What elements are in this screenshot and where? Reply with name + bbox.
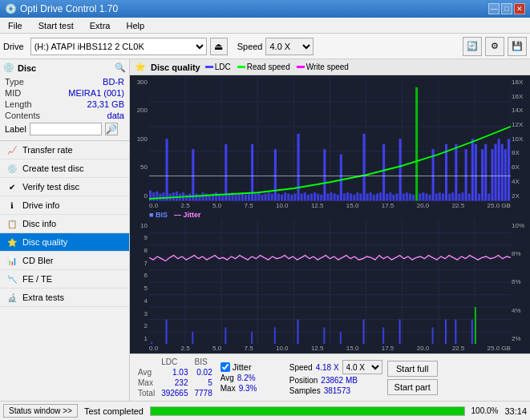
menu-start-test[interactable]: Start test (34, 19, 79, 32)
samples-val: 381573 (324, 386, 350, 395)
start-full-button[interactable]: Start full (387, 361, 438, 377)
chart2-y-right: 10% 8% 6% 4% 2% (511, 220, 528, 345)
eject-button[interactable]: ⏏ (210, 38, 228, 55)
drive-select[interactable]: (H:) ATAPI iHBS112 2 CL0K (30, 38, 207, 55)
disc-label-row: Label 🔎 (3, 121, 126, 137)
start-part-button[interactable]: Start part (387, 379, 438, 395)
chart1-svg (149, 77, 511, 201)
svg-rect-112 (465, 149, 467, 200)
sidebar-item-transfer-rate[interactable]: 📈 Transfer rate (0, 141, 129, 160)
speed-stat-val: 4.18 X (316, 363, 339, 372)
svg-rect-104 (439, 192, 441, 200)
status-time: 33:14 (504, 406, 527, 416)
svg-rect-100 (425, 193, 427, 200)
svg-rect-45 (245, 195, 247, 201)
disc-info-icon: 📋 (6, 218, 18, 229)
mid-value: MEIRA1 (001) (68, 88, 124, 98)
sidebar-item-drive-info[interactable]: ℹ Drive info (0, 196, 129, 215)
sidebar-item-cd-bler[interactable]: 📊 CD Bler (0, 252, 129, 270)
sidebar-item-extra-tests[interactable]: 🔬 Extra tests (0, 289, 129, 307)
svg-rect-145 (151, 341, 152, 344)
disc-length-row: Length 23,31 GB (3, 99, 126, 110)
svg-rect-60 (293, 193, 296, 200)
svg-rect-148 (225, 327, 226, 344)
svg-rect-88 (386, 193, 388, 200)
type-label: Type (5, 77, 24, 87)
svg-rect-103 (435, 193, 438, 200)
svg-rect-72 (334, 193, 336, 200)
write-speed-color (297, 66, 305, 68)
create-test-disc-icon: 💿 (6, 163, 18, 174)
chart2-header: ■ BIS — Jitter (131, 210, 528, 220)
length-label: Length (5, 99, 32, 109)
menubar: File Start test Extra Help (0, 18, 530, 34)
menu-file[interactable]: File (3, 19, 27, 32)
svg-rect-82 (366, 193, 369, 200)
sidebar-item-fe-te[interactable]: 📉 FE / TE (0, 270, 129, 289)
label-label: Label (5, 124, 26, 134)
svg-rect-38 (221, 195, 224, 201)
close-button[interactable]: ✕ (514, 3, 525, 14)
svg-rect-36 (215, 192, 217, 200)
menu-help[interactable]: Help (121, 19, 149, 32)
svg-rect-19 (159, 193, 161, 200)
svg-rect-49 (257, 192, 260, 200)
sidebar-item-label: CD Bler (22, 256, 54, 265)
jitter-max-label: Max (220, 384, 236, 393)
charts-area: 300 200 100 50 0 (130, 75, 530, 353)
minimize-button[interactable]: — (488, 3, 500, 14)
svg-rect-24 (176, 192, 178, 201)
stats-header-empty (135, 357, 158, 367)
speed-position-stats: Speed 4.18 X 4.0 X Position 23862 MB Sam… (289, 360, 382, 395)
avg-label: Avg (135, 367, 158, 378)
svg-rect-95 (409, 193, 411, 200)
sidebar-item-disc-quality[interactable]: ⭐ Disc quality (0, 233, 129, 252)
menu-extra[interactable]: Extra (85, 19, 115, 32)
svg-rect-97 (415, 87, 418, 201)
svg-rect-30 (195, 193, 197, 200)
svg-rect-116 (478, 193, 480, 200)
save-button[interactable]: 💾 (508, 37, 527, 56)
svg-rect-48 (254, 193, 257, 200)
status-text: Test completed (84, 406, 144, 416)
jitter-max-row: Max 9.3% (220, 384, 285, 393)
svg-rect-117 (481, 149, 483, 200)
maximize-button[interactable]: □ (501, 3, 512, 14)
disc-label-input[interactable] (30, 123, 102, 135)
svg-rect-57 (284, 192, 286, 200)
read-speed-label: Read speed (247, 63, 290, 71)
disc-panel: 💿 Disc 🔍 Type BD-R MID MEIRA1 (001) Leng… (0, 59, 129, 141)
refresh-button[interactable]: 🔄 (463, 37, 482, 56)
chart1-wrapper: 300 200 100 50 0 (131, 77, 528, 201)
label-search-button[interactable]: 🔎 (105, 123, 118, 135)
svg-rect-61 (297, 134, 300, 201)
sidebar-item-verify-test-disc[interactable]: ✔ Verify test disc (0, 178, 129, 196)
disc-action-icon[interactable]: 🔍 (115, 63, 126, 73)
svg-rect-85 (376, 193, 378, 200)
read-speed-color (237, 66, 245, 68)
svg-rect-20 (162, 192, 164, 200)
bis-label: ■ BIS (149, 211, 168, 219)
status-window-button[interactable]: Status window >> (3, 404, 78, 418)
progress-bar-container (150, 406, 465, 416)
sidebar-item-label: Transfer rate (22, 145, 73, 155)
position-val: 23862 MB (321, 376, 358, 385)
max-label: Max (135, 378, 158, 388)
svg-rect-86 (379, 192, 382, 200)
jitter-checkbox[interactable] (220, 362, 230, 372)
sidebar-item-create-test-disc[interactable]: 💿 Create test disc (0, 160, 129, 178)
svg-rect-124 (504, 149, 507, 200)
svg-rect-121 (495, 144, 497, 201)
speed-select[interactable]: 4.0 X (265, 38, 314, 55)
stats-area: LDC BIS Avg 1.03 0.02 Max 232 5 Total 39… (130, 353, 530, 401)
disc-mid-row: MID MEIRA1 (001) (3, 87, 126, 99)
jitter-row: Jitter (220, 362, 285, 372)
svg-rect-109 (455, 144, 457, 201)
stats-table: LDC BIS Avg 1.03 0.02 Max 232 5 Total 39… (135, 357, 216, 398)
speed-stat-select[interactable]: 4.0 X (342, 360, 382, 374)
svg-rect-54 (274, 149, 277, 200)
disc-icon: 💿 (3, 63, 14, 73)
sidebar-item-disc-info[interactable]: 📋 Disc info (0, 215, 129, 233)
svg-rect-150 (274, 327, 276, 344)
config-button[interactable]: ⚙ (485, 37, 504, 56)
